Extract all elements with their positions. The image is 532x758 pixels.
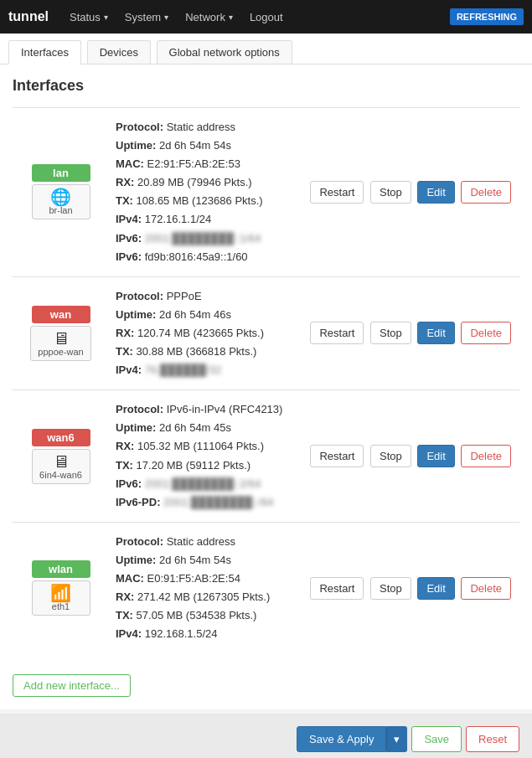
status-arrow-icon: ▾	[104, 13, 108, 22]
system-arrow-icon: ▾	[164, 13, 168, 22]
action-cell-wan6: Restart Stop Edit Delete	[302, 390, 519, 523]
nav-logout[interactable]: Logout	[241, 0, 292, 34]
edit-button-wan[interactable]: Edit	[417, 322, 454, 344]
restart-button-wan6[interactable]: Restart	[310, 445, 364, 467]
page-title: Interfaces	[13, 77, 519, 95]
brand: tunnel	[8, 9, 49, 24]
iface-info-wan: Protocol: PPPoE Uptime: 2d 6h 54m 46s RX…	[109, 276, 302, 389]
iface-subname-wan6: 6in4-wan6	[39, 470, 82, 480]
wlan-icon: 📶	[50, 585, 71, 601]
iface-badge-lan: lan 🌐 br-lan	[32, 164, 90, 219]
iface-name-wlan: wlan	[32, 560, 90, 578]
stop-button-wan6[interactable]: Stop	[370, 445, 411, 467]
refreshing-badge: REFRESHING	[450, 8, 524, 25]
tabs-container: Interfaces Devices Global network option…	[0, 34, 532, 64]
iface-badge-wan6: wan6 🖥 6in4-wan6	[32, 429, 90, 484]
reset-button[interactable]: Reset	[466, 726, 519, 752]
delete-button-lan[interactable]: Delete	[461, 181, 511, 204]
iface-icon-box-wlan: 📶 eth1	[32, 580, 90, 616]
iface-badge-cell-wan6: wan6 🖥 6in4-wan6	[13, 390, 109, 523]
chevron-down-icon: ▾	[394, 733, 400, 745]
iface-name-lan: lan	[32, 164, 90, 182]
table-row: wlan 📶 eth1 Protocol: Static address Upt…	[13, 522, 519, 653]
action-cell-wlan: Restart Stop Edit Delete	[302, 522, 519, 653]
save-apply-dropdown-button[interactable]: ▾	[386, 726, 407, 752]
footer-actions: Save & Apply ▾ Save Reset	[0, 714, 532, 758]
stop-button-wlan[interactable]: Stop	[370, 577, 411, 600]
edit-button-wan6[interactable]: Edit	[417, 445, 454, 467]
action-cell-lan: Restart Stop Edit Delete	[302, 108, 519, 277]
delete-button-wan6[interactable]: Delete	[461, 445, 511, 467]
iface-badge-wlan: wlan 📶 eth1	[32, 560, 90, 616]
iface-badge-cell-lan: lan 🌐 br-lan	[13, 108, 109, 277]
tab-global-network-options[interactable]: Global network options	[157, 40, 292, 64]
edit-button-wlan[interactable]: Edit	[417, 577, 454, 600]
iface-info-wlan: Protocol: Static address Uptime: 2d 6h 5…	[109, 522, 302, 653]
tab-interfaces[interactable]: Interfaces	[8, 40, 81, 64]
stop-button-wan[interactable]: Stop	[370, 322, 411, 344]
navbar: tunnel Status ▾ System ▾ Network ▾ Logou…	[0, 0, 532, 34]
restart-button-lan[interactable]: Restart	[310, 181, 364, 204]
delete-button-wlan[interactable]: Delete	[461, 577, 511, 600]
iface-badge-wan: wan 🖥 pppoe-wan	[30, 306, 90, 361]
iface-subname-wan: pppoe-wan	[38, 347, 83, 357]
lan-icon: 🌐	[50, 188, 71, 205]
save-apply-group: Save & Apply ▾	[297, 726, 407, 752]
iface-icon-box-wan6: 🖥 6in4-wan6	[32, 449, 90, 484]
wan-icon: 🖥	[53, 330, 70, 347]
table-row: wan6 🖥 6in4-wan6 Protocol: IPv6-in-IPv4 …	[13, 390, 519, 523]
iface-name-wan: wan	[32, 306, 90, 323]
restart-button-wan[interactable]: Restart	[310, 322, 364, 344]
tab-devices[interactable]: Devices	[87, 40, 151, 64]
action-cell-wan: Restart Stop Edit Delete	[302, 276, 519, 389]
interfaces-table: lan 🌐 br-lan Protocol: Static address Up…	[13, 107, 519, 653]
edit-button-lan[interactable]: Edit	[417, 181, 454, 204]
iface-icon-box-wan: 🖥 pppoe-wan	[30, 326, 90, 361]
wan6-icon: 🖥	[53, 453, 70, 470]
nav-status[interactable]: Status ▾	[61, 0, 116, 34]
iface-info-wan6: Protocol: IPv6-in-IPv4 (RFC4213) Uptime:…	[109, 390, 302, 523]
iface-subname-wlan: eth1	[52, 601, 70, 611]
iface-badge-cell-wan: wan 🖥 pppoe-wan	[13, 276, 109, 389]
restart-button-wlan[interactable]: Restart	[310, 577, 364, 600]
save-apply-button[interactable]: Save & Apply	[297, 726, 386, 752]
iface-subname-lan: br-lan	[49, 205, 72, 215]
iface-name-wan6: wan6	[32, 429, 90, 446]
stop-button-lan[interactable]: Stop	[370, 181, 411, 204]
main-content: Interfaces lan 🌐 br-lan Protocol: Static…	[0, 64, 532, 709]
table-row: lan 🌐 br-lan Protocol: Static address Up…	[13, 108, 519, 277]
add-interface-container: Add new interface...	[13, 666, 519, 697]
iface-badge-cell-wlan: wlan 📶 eth1	[13, 522, 109, 653]
table-row: wan 🖥 pppoe-wan Protocol: PPPoE Uptime: …	[13, 276, 519, 389]
iface-info-lan: Protocol: Static address Uptime: 2d 6h 5…	[109, 108, 302, 277]
network-arrow-icon: ▾	[229, 13, 233, 22]
save-button[interactable]: Save	[411, 726, 462, 752]
nav-system[interactable]: System ▾	[116, 0, 177, 34]
nav-network[interactable]: Network ▾	[177, 0, 241, 34]
delete-button-wan[interactable]: Delete	[461, 322, 511, 344]
add-new-interface-button[interactable]: Add new interface...	[13, 674, 131, 697]
iface-icon-box-lan: 🌐 br-lan	[32, 184, 90, 219]
